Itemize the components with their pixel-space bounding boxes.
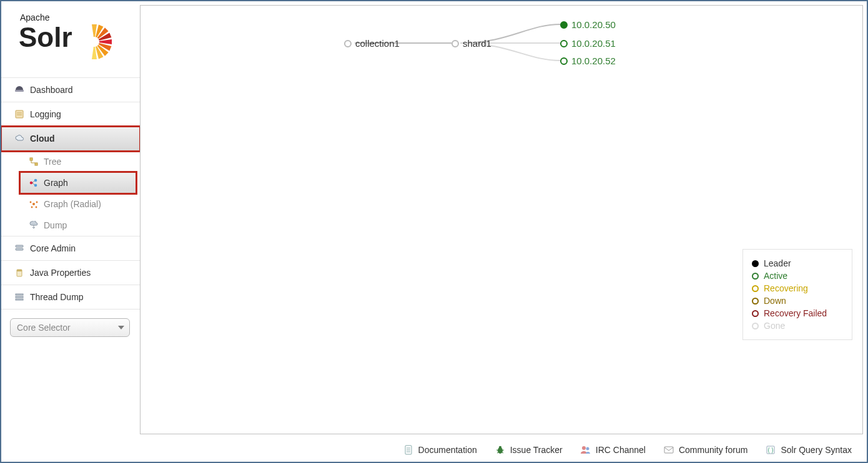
nav-logging[interactable]: Logging <box>1 102 140 127</box>
subnav-graph-radial[interactable]: Graph (Radial) <box>1 193 140 215</box>
users-icon <box>580 444 591 456</box>
svg-point-7 <box>30 182 33 185</box>
footer-solr-query-syntax-label: Solr Query Syntax <box>781 445 852 455</box>
recfail-dot-icon <box>752 310 759 317</box>
svg-line-34 <box>502 452 503 453</box>
subnav-dump[interactable]: Dump <box>1 215 140 236</box>
footer-issue-tracker[interactable]: Issue Tracker <box>495 444 563 456</box>
nav-cloud-label: Cloud <box>30 134 55 144</box>
brand-solr: Solr <box>19 24 72 51</box>
graph-lines <box>141 6 864 435</box>
subnav-tree[interactable]: Tree <box>1 151 140 172</box>
active-dot-icon <box>752 273 759 280</box>
footer: Documentation Issue Tracker IRC Channel … <box>1 438 867 462</box>
graph-node-collection[interactable]: collection1 <box>344 38 400 49</box>
bug-icon <box>495 444 506 456</box>
core-selector[interactable]: Core Selector <box>10 318 130 337</box>
svg-rect-20 <box>17 270 22 271</box>
graph-node-replica-1[interactable]: 10.0.20.51 <box>560 38 616 49</box>
mail-icon <box>663 444 674 456</box>
footer-documentation[interactable]: Documentation <box>403 444 477 456</box>
gone-dot-icon <box>752 323 759 329</box>
svg-rect-2 <box>16 110 23 118</box>
down-dot-icon <box>752 298 759 305</box>
jar-icon <box>14 267 25 278</box>
svg-point-15 <box>31 207 33 208</box>
subnav-graph-radial-label: Graph (Radial) <box>44 199 101 209</box>
svg-text:(): () <box>767 447 774 454</box>
svg-rect-17 <box>16 245 23 247</box>
legend-active-label: Active <box>764 271 787 281</box>
svg-rect-22 <box>16 296 23 298</box>
svg-line-33 <box>497 452 498 453</box>
legend-leader: Leader <box>752 258 843 268</box>
nav: Dashboard Logging Cloud Tree <box>1 77 140 309</box>
footer-documentation-label: Documentation <box>418 445 477 455</box>
nav-thread-dump-label: Thread Dump <box>30 292 84 302</box>
graph-node-replica-0[interactable]: 10.0.20.50 <box>560 19 616 30</box>
svg-point-14 <box>36 202 38 203</box>
graph-node-replica-2[interactable]: 10.0.20.52 <box>560 56 616 66</box>
nav-cloud[interactable]: Cloud <box>1 127 140 151</box>
legend-gone: Gone <box>752 321 843 331</box>
core-admin-icon <box>14 243 25 254</box>
graph-node-shard[interactable]: shard1 <box>451 38 491 49</box>
graph-shard-label: shard1 <box>463 38 491 49</box>
core-selector-wrap: Core Selector <box>1 309 140 346</box>
legend-active: Active <box>752 271 843 281</box>
sidebar: Apache Solr <box>1 1 140 438</box>
svg-rect-1 <box>15 90 24 92</box>
svg-point-12 <box>32 203 35 205</box>
graph-icon <box>29 178 39 188</box>
cloud-graph: collection1 shard1 10.0.20.50 10.0.20.51… <box>141 6 862 434</box>
svg-point-30 <box>499 446 501 449</box>
svg-rect-6 <box>35 163 37 165</box>
svg-point-13 <box>30 202 32 203</box>
svg-point-35 <box>582 446 586 450</box>
active-marker-icon <box>560 40 568 47</box>
svg-rect-18 <box>16 248 23 250</box>
core-selector-placeholder: Core Selector <box>17 323 71 333</box>
legend-down-label: Down <box>764 296 786 306</box>
nav-core-admin-label: Core Admin <box>30 243 76 253</box>
svg-rect-37 <box>664 447 673 453</box>
nav-logging-label: Logging <box>30 109 61 119</box>
footer-community-forum-label: Community forum <box>679 445 747 455</box>
logging-icon <box>14 109 25 120</box>
footer-solr-query-syntax[interactable]: () Solr Query Syntax <box>765 444 852 456</box>
cloud-subnav: Tree Graph Graph (Radial) Dump <box>1 151 140 236</box>
svg-point-36 <box>586 447 589 451</box>
legend-recovering: Recovering <box>752 283 843 293</box>
nav-dashboard-label: Dashboard <box>30 85 73 95</box>
legend-recovering-label: Recovering <box>764 283 808 293</box>
recovering-dot-icon <box>752 285 759 292</box>
content: collection1 shard1 10.0.20.50 10.0.20.51… <box>140 5 863 434</box>
doc-icon <box>403 444 414 456</box>
graph-replica-1-label: 10.0.20.51 <box>571 38 616 49</box>
active-marker-icon <box>560 57 568 65</box>
nav-java-properties[interactable]: Java Properties <box>1 261 140 285</box>
tree-icon <box>29 157 39 167</box>
nav-dashboard[interactable]: Dashboard <box>1 78 140 102</box>
nav-thread-dump[interactable]: Thread Dump <box>1 285 140 309</box>
svg-rect-5 <box>30 158 32 160</box>
svg-point-0 <box>89 37 99 47</box>
circle-marker-icon <box>451 40 459 47</box>
graph-replica-0-label: 10.0.20.50 <box>571 19 616 30</box>
subnav-dump-label: Dump <box>44 220 67 230</box>
subnav-graph[interactable]: Graph <box>20 172 136 193</box>
graph-legend: Leader Active Recovering Down Recovery F… <box>742 249 852 340</box>
svg-point-16 <box>36 207 37 208</box>
footer-community-forum[interactable]: Community forum <box>663 444 747 456</box>
legend-gone-label: Gone <box>764 321 785 331</box>
logo: Apache Solr <box>1 1 140 77</box>
footer-irc-channel[interactable]: IRC Channel <box>580 444 646 456</box>
svg-rect-21 <box>16 294 23 295</box>
nav-core-admin[interactable]: Core Admin <box>1 236 140 261</box>
logo-text: Apache Solr <box>19 12 135 62</box>
query-icon: () <box>765 444 776 456</box>
footer-issue-tracker-label: Issue Tracker <box>510 445 563 455</box>
svg-point-9 <box>34 184 37 187</box>
leader-dot-icon <box>752 260 759 267</box>
svg-line-11 <box>32 183 34 185</box>
